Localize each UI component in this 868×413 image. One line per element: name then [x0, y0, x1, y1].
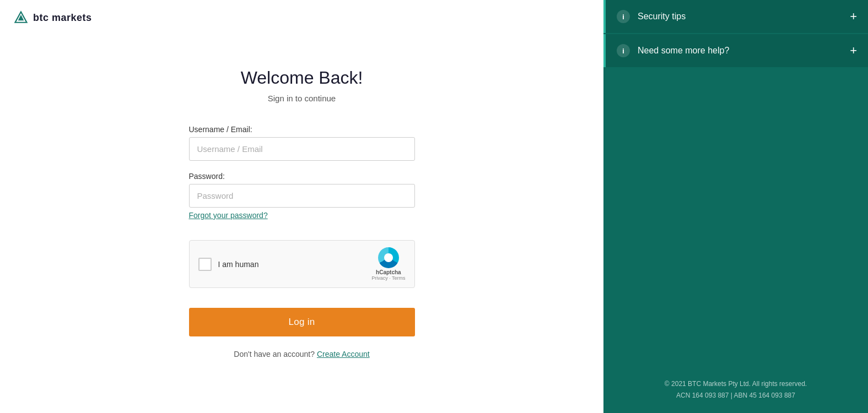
info-icon-help: i [617, 44, 630, 57]
login-form-container: Welcome Back! Sign in to continue Userna… [0, 13, 603, 413]
captcha-logo-inner [384, 253, 393, 262]
accordion-expand-security: + [850, 10, 857, 23]
captcha-checkbox[interactable] [198, 258, 212, 271]
left-panel: btc markets Welcome Back! Sign in to con… [0, 0, 603, 413]
footer-acn: ACN 164 093 887 | ABN 45 164 093 887 [603, 390, 868, 402]
password-form-group: Password: Forgot your password? [189, 172, 415, 220]
accordion-header-left: i Security tips [617, 10, 686, 23]
forgot-password-link[interactable]: Forgot your password? [189, 211, 268, 220]
accordion-item-security-tips[interactable]: i Security tips + [603, 0, 868, 33]
captcha-brand: hCaptcha [376, 269, 401, 275]
welcome-title: Welcome Back! [241, 68, 363, 88]
accordion-title-help: Need some more help? [638, 46, 729, 56]
accordion-header-left-help: i Need some more help? [617, 44, 729, 57]
username-input[interactable] [189, 137, 415, 161]
password-label: Password: [189, 172, 415, 181]
right-panel: i Security tips + i Need some more help?… [603, 0, 868, 413]
captcha-label: I am human [218, 260, 259, 269]
accordion-item-need-help[interactable]: i Need some more help? + [603, 34, 868, 67]
sign-in-subtitle: Sign in to continue [268, 94, 336, 103]
create-account-link[interactable]: Create Account [317, 350, 370, 358]
captcha-left: I am human [198, 258, 259, 271]
no-account-label: Don't have an account? [234, 350, 315, 358]
captcha-logo-circle [378, 247, 399, 268]
right-footer: © 2021 BTC Markets Pty Ltd. All rights r… [603, 378, 868, 402]
password-input[interactable] [189, 184, 415, 208]
footer-copyright: © 2021 BTC Markets Pty Ltd. All rights r… [603, 378, 868, 390]
accordion-title-security: Security tips [638, 12, 686, 21]
info-icon-security: i [617, 10, 630, 23]
create-account-text: Don't have an account? Create Account [234, 350, 369, 358]
username-label: Username / Email: [189, 125, 415, 134]
captcha-links[interactable]: Privacy · Terms [371, 275, 405, 281]
login-button[interactable]: Log in [189, 308, 415, 336]
username-form-group: Username / Email: [189, 125, 415, 161]
accordion-header-need-help: i Need some more help? + [606, 34, 868, 67]
accordion-header-security-tips: i Security tips + [606, 0, 868, 33]
captcha-widget[interactable]: I am human hCaptcha Privacy · Terms [189, 240, 415, 288]
captcha-logo-area: hCaptcha Privacy · Terms [371, 247, 405, 281]
accordion-expand-help: + [850, 45, 857, 57]
